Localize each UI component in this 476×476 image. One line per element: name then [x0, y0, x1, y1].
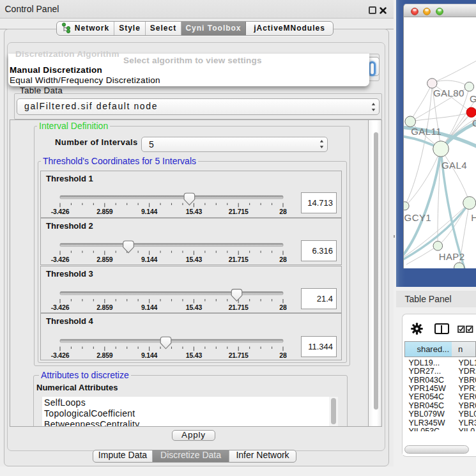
svg-text:CD: CD: [472, 118, 476, 128]
svg-text:GAL11: GAL11: [411, 126, 441, 137]
svg-text:HAP2: HAP2: [439, 251, 465, 262]
svg-text:GA: GA: [470, 93, 476, 104]
svg-text:GCY1: GCY1: [404, 212, 431, 223]
svg-text:HA: HA: [471, 212, 476, 223]
svg-text:GAL4: GAL4: [441, 160, 467, 171]
svg-text:GAL80: GAL80: [433, 88, 464, 98]
